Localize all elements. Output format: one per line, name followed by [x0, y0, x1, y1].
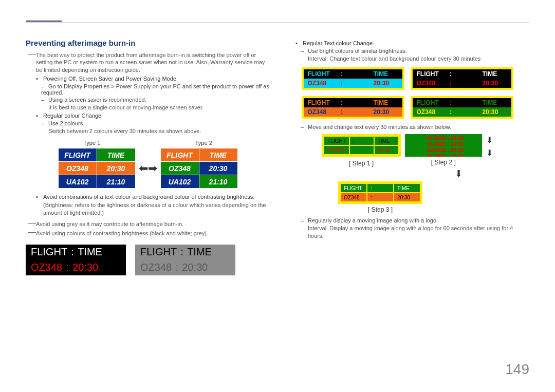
bullet-colourchange: Regular colour Change [36, 113, 270, 119]
mid-down-arrow-icon: ⬇ [388, 168, 529, 179]
bullet-poweroff: Powering Off, Screen Saver and Power Sav… [36, 76, 270, 82]
sub-brightcolours: Use bright colours of similar brightness… [301, 48, 529, 54]
sub-list-2: Use 2 colours [41, 120, 270, 126]
quad-box-cyan: FLIGHT:TIME OZ348:20:30 [302, 67, 404, 90]
td-2110-2: 21:10 [199, 175, 237, 189]
type-labels: Type 1 Type 2 [26, 140, 270, 146]
avoid-contrast: Avoid using colours of contrasting brigh… [36, 230, 270, 237]
sub-list-1: Go to Display Properties > Power Supply … [41, 83, 270, 103]
bullet-regular-text: Regular Text colour Change [295, 40, 529, 46]
step1-label: [ Step 1 ] [322, 160, 401, 167]
th-time-2: TIME [199, 148, 237, 162]
bullet-list-1: Powering Off, Screen Saver and Power Sav… [36, 76, 270, 82]
bullet-list-2: Regular colour Change [36, 113, 270, 119]
right-column: Regular Text colour Change Use bright co… [285, 39, 529, 275]
switch-desc: Switch between 2 colours every 30 minute… [48, 127, 270, 135]
type1-label: Type 1 [83, 140, 100, 146]
step3-block: FLIGHT:TIME OZ348:20:30 [ Step 3 ] [285, 181, 475, 213]
avoid-grey: Avoid using grey as it may contribute to… [36, 220, 270, 228]
down-arrow-icon: ⬇ [486, 135, 493, 145]
sub-bright: Use bright colours of similar brightness… [301, 48, 529, 54]
step2-arrows: ⬇ ⬇ [486, 135, 493, 158]
quad-box-white: FLIGHT:TIME OZ348:20:30 [411, 67, 513, 90]
regular-image-desc: Interval: Display a moving image along w… [308, 225, 529, 239]
interval-desc: Interval: Change text colour and backgro… [308, 55, 529, 62]
intro-item: ― The best way to protect the product fr… [28, 51, 270, 73]
brightness-desc: (Brightness: refers to the lightness or … [43, 201, 270, 216]
colour-quad: FLIGHT:TIME OZ348:20:30 FLIGHT:TIME OZ34… [285, 67, 529, 119]
th-flight-2: FLIGHT [160, 148, 199, 162]
avoid-combinations: Avoid combinations of a text colour and … [36, 194, 270, 200]
page-number: 149 [505, 361, 529, 378]
td-2110: 21:10 [97, 175, 135, 189]
quad-box-green: FLIGHT:TIME OZ348:20:30 [411, 96, 513, 119]
flight-table-type1: FLIGHTTIME OZ34820:30 UA10221:10 [58, 148, 136, 189]
type2-label: Type 2 [195, 140, 212, 146]
step3-label: [ Step 3 ] [368, 206, 393, 213]
example-grey: FLIGHT:TIME OZ348:20:30 [135, 245, 235, 275]
avoid-contrast-item: ― Avoid using colours of contrasting bri… [28, 230, 270, 237]
swap-arrow-icon: ⬅➡ [139, 162, 157, 175]
td-ua102-2: UA102 [160, 175, 199, 189]
td-2030: 20:30 [97, 162, 135, 175]
dash-bullet: ― [28, 51, 36, 73]
sub-regular-image: Regularly display a moving image along w… [301, 217, 529, 223]
sub-move: Move and change text every 30 minutes as… [301, 124, 529, 130]
step2-box: OP0310 : 24:20 KL0125 : 13:50 EA0110 : 2… [405, 134, 482, 157]
step2-label: [ Step 2 ] [405, 159, 482, 166]
screensaver-desc: It is best to use a single-colour or mov… [48, 104, 270, 111]
left-column: Preventing afterimage burn-in ― The best… [26, 39, 270, 275]
content-columns: Preventing afterimage burn-in ― The best… [26, 39, 529, 275]
sub-2colours: Use 2 colours [41, 120, 270, 126]
td-2030-2: 20:30 [199, 162, 237, 175]
step1-block: FLIGHT:TIME OZ348:20:30 [ Step 1 ] [322, 134, 401, 167]
flight-tables-row: FLIGHTTIME OZ34820:30 UA10221:10 ⬅➡ FLIG… [26, 148, 270, 189]
regular-image: Regularly display a moving image along w… [301, 217, 529, 223]
step2-block: OP0310 : 24:20 KL0125 : 13:50 EA0110 : 2… [405, 134, 482, 166]
avoid-list: Avoid combinations of a text colour and … [36, 194, 270, 200]
th-time: TIME [97, 148, 135, 162]
sub-screensaver: Using a screen saver is recommended. [41, 97, 270, 103]
sub-display-props: Go to Display Properties > Power Supply … [41, 83, 270, 96]
intro-text: The best way to protect the product from… [36, 51, 270, 73]
quad-box-orange: FLIGHT:TIME OZ348:20:30 [302, 96, 404, 119]
td-oz348-2: OZ348 [160, 162, 199, 175]
td-oz348: OZ348 [58, 162, 97, 175]
down-arrow-icon: ⬇ [486, 148, 493, 158]
header-divider [26, 23, 529, 23]
move-text: Move and change text every 30 minutes as… [301, 124, 529, 130]
bullet-textcolour: Regular Text colour Change [295, 40, 529, 46]
section-heading: Preventing afterimage burn-in [26, 39, 270, 47]
header-accent-bar [26, 21, 62, 22]
contrast-examples: FLIGHT:TIME OZ348:20:30 FLIGHT:TIME OZ34… [26, 245, 270, 275]
steps-row: FLIGHT:TIME OZ348:20:30 [ Step 1 ] OP031… [285, 134, 529, 167]
flight-table-type2: FLIGHTTIME OZ34820:30 UA10221:10 [160, 148, 238, 189]
th-flight: FLIGHT [58, 148, 97, 162]
avoid-grey-item: ― Avoid using grey as it may contribute … [28, 220, 270, 228]
td-ua102: UA102 [58, 175, 97, 189]
example-black: FLIGHT:TIME OZ348:20:30 [26, 245, 126, 275]
